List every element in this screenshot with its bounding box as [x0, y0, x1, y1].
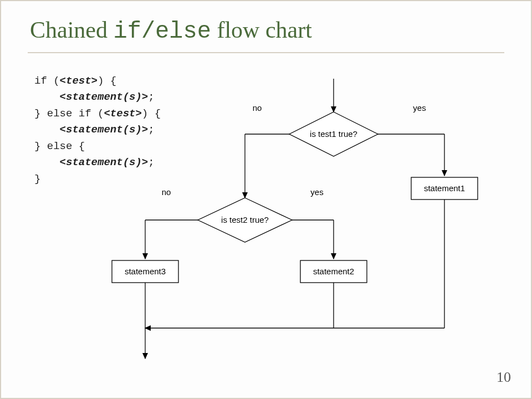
title-mono-if: if: [113, 18, 141, 45]
no-label-2: no: [162, 187, 171, 197]
title-mono-else: else: [155, 18, 211, 45]
no-label-1: no: [253, 103, 262, 112]
test1-label: is test1 true?: [310, 129, 357, 139]
title-text-post: flow chart: [211, 17, 312, 43]
stmt1-label: statement1: [424, 183, 465, 193]
code-line: [34, 91, 60, 103]
title-slash: /: [141, 18, 155, 45]
yes-label-2: yes: [310, 187, 323, 197]
title-text-pre: Chained: [30, 17, 113, 43]
slide-title: Chained if/else flow chart: [30, 17, 312, 45]
code-line: }: [34, 173, 40, 185]
test2-label: is test2 true?: [221, 215, 269, 224]
yes-label-1: yes: [413, 103, 426, 112]
flowchart: is test1 true? yes statement1 no is test…: [101, 73, 522, 383]
code-line: [34, 124, 60, 136]
code-placeholder: <test>: [60, 75, 98, 87]
code-line: if (: [34, 75, 60, 87]
page-number: 10: [497, 369, 511, 386]
stmt3-label: statement3: [125, 267, 166, 276]
code-line: } else {: [34, 140, 85, 152]
code-line: [34, 156, 60, 168]
code-line: } else if (: [34, 108, 104, 120]
stmt2-label: statement2: [313, 267, 354, 276]
slide: Chained if/else flow chart if (<test>) {…: [0, 0, 532, 399]
title-rule: [28, 52, 504, 53]
